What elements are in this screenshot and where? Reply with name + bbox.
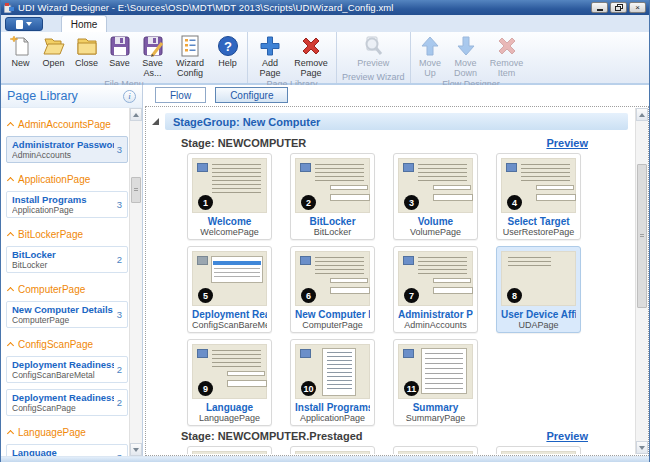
page-card[interactable]: 2 BitLocker BitLocker [290,153,375,240]
page-thumbnail: 6 [295,251,370,306]
move-down-button[interactable]: Move Down [447,33,485,79]
ribbon-group-flow-designer: Move Up Move Down Remove Item Flow Desig… [410,32,532,83]
file-icon [16,20,23,29]
page-card[interactable]: 4 Select Target UserRestorePage [496,153,581,240]
page-title-link[interactable]: Welcome [192,216,267,227]
page-card[interactable]: 7 Administrator Passw... AdminAccounts [393,246,478,333]
scroll-up-icon[interactable] [130,108,142,121]
page-card[interactable]: 11 Summary SummaryPage [393,339,478,426]
page-title-link[interactable]: Language [192,402,267,413]
sidebar-page-item[interactable]: Install Programs ApplicationPage 3 [6,191,128,218]
preview-button[interactable]: Preview [351,33,395,69]
page-card[interactable]: 5 Deployment Readiness ConfigScanBareMet… [187,246,272,333]
thumb-icon [403,163,414,172]
page-card[interactable] [290,446,375,454]
scroll-down-icon[interactable] [636,441,648,454]
page-card[interactable] [187,446,272,454]
page-card[interactable] [496,446,581,454]
sidebar-page-item[interactable]: Deployment Readiness ConfigScanBareMetal… [6,356,128,383]
sidebar-group-header[interactable]: LanguagePage [6,427,128,438]
page-title-link[interactable]: Select Target [501,216,576,227]
stage1-header: Stage: NEWCOMPUTER Preview [181,137,588,149]
stage1-preview-link[interactable]: Preview [546,137,588,149]
collapse-icon [7,232,14,239]
page-card[interactable]: 6 New Computer Details ComputerPage [290,246,375,333]
sidebar-page-item[interactable]: Deployment Readiness ConfigScanPage 2 [6,389,128,416]
page-number-badge: 2 [301,195,316,210]
page-thumbnail [398,451,473,454]
page-title-link[interactable]: User Device Affinity [501,309,576,320]
sidebar-group-header[interactable]: ComputerPage [6,284,128,295]
page-title-link[interactable]: Summary [398,402,473,413]
scrollbar-thumb[interactable] [131,177,141,203]
sidebar-group-header[interactable]: AdminAccountsPage [6,119,128,130]
sidebar-group-header[interactable]: ApplicationPage [6,174,128,185]
add-page-button[interactable]: Add Page [251,33,289,79]
save-button[interactable]: Save [103,33,136,69]
sidebar-scrollbar[interactable] [129,108,142,456]
magnifier-icon [361,34,385,58]
new-button[interactable]: New [4,33,37,69]
tab-home[interactable]: Home [61,15,107,32]
page-card[interactable] [393,446,478,454]
sidebar-group-header[interactable]: ConfigScanPage [6,339,128,350]
arrow-up-icon [418,34,442,58]
wizard-config-list-icon [178,34,202,58]
sidebar-entry: BitLockerPage [6,229,128,240]
sidebar-page-item[interactable]: Administrator Password AdminAccounts 3 [6,136,128,163]
close-button[interactable]: × [629,2,646,13]
remove-page-button[interactable]: Remove Page [289,33,333,79]
group-label-preview-wizard: Preview Wizard [340,72,407,83]
stage2-cards [187,446,634,454]
page-type-label: ComputerPage [295,320,370,330]
minimize-button[interactable] [591,2,608,13]
page-item-subtitle: ConfigScanPage [12,403,114,413]
help-button[interactable]: ? Help [211,33,244,69]
info-icon[interactable]: i [123,90,136,103]
sidebar-page-item[interactable]: Language LanguagePage 3 [6,444,128,456]
close-file-button[interactable]: Close [70,33,103,69]
scroll-up-icon[interactable] [636,108,648,121]
stage2-preview-link[interactable]: Preview [546,430,588,442]
page-title-link[interactable]: Deployment Readiness [192,309,267,320]
page-title-link[interactable]: Volume [398,216,473,227]
ribbon: New Open Close [1,32,649,85]
sidebar-page-item[interactable]: New Computer Details ComputerPage 3 [6,301,128,328]
page-title-link[interactable]: Administrator Passw... [398,309,473,320]
page-title-link[interactable]: New Computer Details [295,309,370,320]
page-title-link[interactable]: Install Programs [295,402,370,413]
tab-flow[interactable]: Flow [155,87,206,103]
page-type-label: SummaryPage [398,413,473,423]
scrollbar-thumb[interactable] [637,164,647,308]
stage-group-header[interactable]: StageGroup: New Computer [165,113,628,130]
sidebar-page-item[interactable]: BitLocker BitLocker 2 [6,246,128,273]
page-thumbnail: 9 [192,344,267,399]
page-card[interactable]: 9 Language LanguagePage [187,339,272,426]
expander-icon[interactable] [152,118,159,125]
page-card[interactable]: 8 User Device Affinity UDAPage [496,246,581,333]
stage1-cards: 1 Welcome WelcomePage [187,153,634,426]
move-up-button[interactable]: Move Up [414,33,447,79]
save-as-button[interactable]: Save As... [136,33,169,79]
page-title-link[interactable]: BitLocker [295,216,370,227]
page-card[interactable]: 1 Welcome WelcomePage [187,153,272,240]
sidebar-title: Page Library [7,89,123,103]
open-button[interactable]: Open [37,33,70,69]
configure-panel: StageGroup: New Computer Stage: NEWCOMPU… [145,106,649,456]
page-item-title: New Computer Details [12,304,114,315]
tab-configure[interactable]: Configure [215,87,288,103]
page-number-badge: 9 [198,381,213,396]
main-scrollbar[interactable] [635,108,648,454]
app-menu-button[interactable] [5,17,43,31]
wizard-config-button[interactable]: Wizard Config [169,33,211,79]
restore-button[interactable] [610,2,627,13]
page-item-title: Administrator Password [12,139,114,150]
sidebar-group-header[interactable]: BitLockerPage [6,229,128,240]
remove-item-button[interactable]: Remove Item [485,33,529,79]
page-item-count: 3 [114,199,122,210]
page-number-badge: 8 [507,288,522,303]
scroll-down-icon[interactable] [130,443,142,456]
page-item-subtitle: ApplicationPage [12,205,114,215]
page-card[interactable]: 3 Volume VolumePage [393,153,478,240]
page-card[interactable]: 10 Install Programs ApplicationPage [290,339,375,426]
